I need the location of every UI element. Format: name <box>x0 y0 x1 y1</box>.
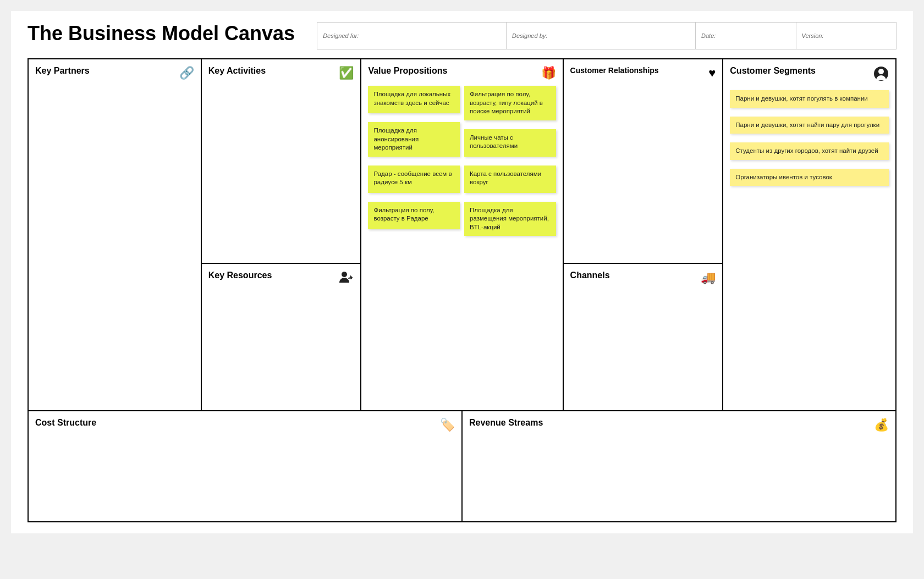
channels-cell: Channels 🚚 <box>564 264 723 410</box>
value-propositions-title: Value Propositions <box>368 66 447 76</box>
sticky-note[interactable]: Организаторы ивентов и тусовок <box>730 169 889 186</box>
cost-structure-header: Cost Structure 🏷️ <box>35 418 455 432</box>
header: The Business Model Canvas Designed for: … <box>28 22 897 49</box>
customer-relationships-header: Customer Relationships ♥ <box>570 66 716 80</box>
sticky-note[interactable]: Площадка для анонсирования мероприятий <box>368 122 460 157</box>
channels-header: Channels 🚚 <box>570 271 716 285</box>
worker-icon <box>338 271 354 286</box>
svg-point-0 <box>342 272 347 277</box>
key-activities-header: Key Activities ✅ <box>208 66 354 80</box>
customer-segments-header: Customer Segments <box>730 66 889 85</box>
key-partners-title: Key Partners <box>35 66 90 76</box>
key-partners-header: Key Partners 🔗 <box>35 66 194 80</box>
money-icon: 💰 <box>874 418 889 432</box>
value-propositions-stickies: Площадка для локальных знакомств здесь и… <box>368 86 556 240</box>
sticky-note[interactable]: Карта с пользователями вокруг <box>464 166 556 193</box>
vp-left-col: Площадка для локальных знакомств здесь и… <box>368 86 460 240</box>
link-icon: 🔗 <box>179 66 194 80</box>
sticky-note[interactable]: Парни и девушки, хотят погулять в компан… <box>730 90 889 108</box>
designed-by-field[interactable]: Designed by: <box>507 23 696 49</box>
date-field[interactable]: Date: <box>696 23 796 49</box>
page-wrapper: The Business Model Canvas Designed for: … <box>11 11 913 533</box>
customer-segments-title: Customer Segments <box>730 66 816 76</box>
key-activities-resources-column: Key Activities ✅ Key Resources <box>202 59 362 410</box>
revenue-streams-header: Revenue Streams 💰 <box>469 418 889 432</box>
sticky-note[interactable]: Радар - сообщение всем в радиусе 5 км <box>368 166 460 193</box>
version-field[interactable]: Version: <box>796 23 896 49</box>
header-fields: Designed for: Designed by: Date: Version… <box>317 22 897 49</box>
person-icon <box>873 66 889 85</box>
check-icon: ✅ <box>339 66 354 80</box>
sticky-note[interactable]: Студенты из других городов, хотят найти … <box>730 142 889 160</box>
canvas-bottom-row: Cost Structure 🏷️ Revenue Streams 💰 <box>29 411 895 521</box>
svg-point-2 <box>878 69 884 74</box>
sticky-note[interactable]: Личные чаты с пользователями <box>464 129 556 157</box>
sticky-note[interactable]: Парни и девушки, хотят найти пару для пр… <box>730 117 889 134</box>
value-propositions-header: Value Propositions 🎁 <box>368 66 556 80</box>
customer-relationships-title: Customer Relationships <box>570 66 659 75</box>
customer-relationships-cell: Customer Relationships ♥ <box>564 59 723 264</box>
key-activities-cell: Key Activities ✅ <box>202 59 361 264</box>
canvas-main-row: Key Partners 🔗 Key Activities ✅ Key Reso… <box>29 59 895 411</box>
key-resources-cell: Key Resources <box>202 264 361 410</box>
sticky-note[interactable]: Площадка для размещения мероприятий, BTL… <box>464 202 556 236</box>
revenue-streams-title: Revenue Streams <box>469 418 543 428</box>
key-resources-title: Key Resources <box>208 271 272 280</box>
tag-icon: 🏷️ <box>440 418 455 432</box>
cost-structure-title: Cost Structure <box>35 418 96 428</box>
sticky-note[interactable]: Фильтрация по полу, возрасту, типу локац… <box>464 86 556 120</box>
page-title: The Business Model Canvas <box>28 22 295 45</box>
key-activities-title: Key Activities <box>208 66 266 76</box>
gift-icon: 🎁 <box>541 66 556 80</box>
channels-title: Channels <box>570 271 610 280</box>
designed-for-field[interactable]: Designed for: <box>317 23 507 49</box>
revenue-streams-cell: Revenue Streams 💰 <box>463 411 895 521</box>
sticky-note[interactable]: Фильтрация по полу, возрасту в Радаре <box>368 202 460 229</box>
customer-segments-cell: Customer Segments Парни и девушки, хотят… <box>723 59 895 410</box>
vp-right-col: Фильтрация по полу, возрасту, типу локац… <box>464 86 556 240</box>
customer-segments-stickies: Парни и девушки, хотят погулять в компан… <box>730 90 889 190</box>
business-model-canvas: Key Partners 🔗 Key Activities ✅ Key Reso… <box>28 58 897 522</box>
cr-channels-column: Customer Relationships ♥ Channels 🚚 <box>564 59 724 410</box>
cost-structure-cell: Cost Structure 🏷️ <box>29 411 463 521</box>
key-partners-cell: Key Partners 🔗 <box>29 59 202 410</box>
value-propositions-cell: Value Propositions 🎁 Площадка для локаль… <box>361 59 563 410</box>
heart-icon: ♥ <box>708 66 716 80</box>
truck-icon: 🚚 <box>701 271 716 285</box>
sticky-note[interactable]: Площадка для локальных знакомств здесь и… <box>368 86 460 113</box>
key-resources-header: Key Resources <box>208 271 354 286</box>
